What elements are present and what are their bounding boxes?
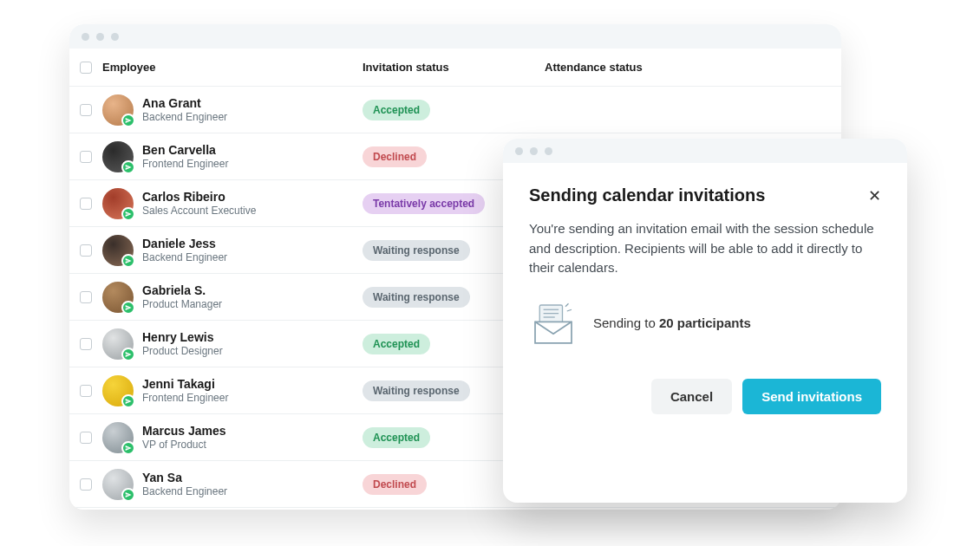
employee-name: Daniele Jess (142, 237, 227, 251)
employee-name: Gabriela S. (142, 283, 222, 298)
row-checkbox[interactable] (80, 478, 92, 491)
table-header-row: Employee Invitation status Attendance st… (69, 49, 841, 87)
invitation-status-pill: Accepted (363, 334, 430, 354)
send-badge-icon (121, 160, 135, 174)
avatar (102, 328, 134, 360)
col-attendance-status: Attendance status (545, 61, 841, 74)
send-badge-icon (121, 348, 135, 361)
employee-cell: Ana GrantBackend Engineer (102, 94, 363, 126)
row-checkbox[interactable] (80, 244, 92, 257)
employee-cell: Jenni TakagiFrontend Engineer (102, 375, 363, 406)
sending-summary: Sending to 20 participants (593, 315, 751, 330)
table-row: Ana GrantBackend EngineerAccepted (69, 87, 841, 133)
col-invitation-status: Invitation status (363, 61, 545, 74)
window-dot (96, 33, 104, 41)
invitation-status-pill: Declined (363, 146, 427, 167)
window-dot (111, 33, 119, 41)
avatar (102, 375, 134, 406)
employee-name: Ana Grant (142, 96, 227, 111)
employee-role: Frontend Engineer (142, 158, 228, 170)
send-invitations-modal: Sending calendar invitations ✕ You're se… (503, 139, 907, 503)
send-badge-icon (121, 488, 135, 502)
row-checkbox[interactable] (80, 291, 92, 303)
invitation-status-pill: Waiting response (363, 380, 470, 401)
send-badge-icon (121, 207, 135, 221)
invitation-status-pill: Waiting response (363, 287, 470, 308)
employee-role: Sales Account Executive (142, 205, 256, 217)
invitation-status-pill: Waiting response (363, 240, 470, 261)
employee-cell: Gabriela S.Product Manager (102, 282, 363, 313)
employee-role: Backend Engineer (142, 485, 227, 497)
envelope-icon (529, 299, 578, 348)
send-badge-icon (121, 114, 135, 127)
avatar (102, 141, 134, 172)
employee-name: Henry Lewis (142, 330, 223, 345)
employee-cell: Carlos RibeiroSales Account Executive (102, 188, 363, 219)
select-all-checkbox[interactable] (80, 62, 92, 74)
row-checkbox[interactable] (80, 432, 92, 444)
invitation-status-pill: Accepted (363, 100, 430, 120)
svg-line-5 (565, 303, 569, 307)
employee-name: Ben Carvella (142, 143, 228, 158)
employee-role: Backend Engineer (142, 111, 227, 123)
window-titlebar (503, 139, 907, 163)
employee-cell: Marcus JamesVP of Product (102, 422, 363, 453)
window-titlebar (69, 24, 841, 49)
window-dot (530, 147, 538, 155)
send-invitations-button[interactable]: Send invitations (742, 379, 881, 414)
send-badge-icon (121, 394, 135, 408)
modal-description: You're sending an invitation email with … (529, 219, 881, 278)
col-employee: Employee (102, 61, 363, 74)
cancel-button[interactable]: Cancel (651, 379, 732, 414)
row-checkbox[interactable] (80, 198, 92, 210)
employee-role: VP of Product (142, 439, 226, 451)
employee-name: Jenni Takagi (142, 377, 228, 392)
row-checkbox[interactable] (80, 338, 92, 350)
send-badge-icon (121, 254, 135, 268)
sending-prefix: Sending to (593, 315, 659, 330)
invitation-status-pill: Declined (363, 474, 427, 495)
window-dot (82, 33, 89, 41)
employee-role: Product Manager (142, 298, 222, 310)
employee-cell: Henry LewisProduct Designer (102, 328, 363, 360)
window-dot (515, 147, 523, 155)
avatar (102, 422, 134, 453)
avatar (102, 469, 134, 500)
employee-cell: Ben CarvellaFrontend Engineer (102, 141, 363, 172)
row-checkbox[interactable] (80, 385, 92, 397)
employee-cell: Daniele JessBackend Engineer (102, 235, 363, 266)
avatar (102, 94, 134, 126)
row-checkbox[interactable] (80, 104, 92, 116)
avatar (102, 235, 134, 266)
participant-count: 20 participants (659, 315, 751, 330)
modal-title: Sending calendar invitations (529, 185, 765, 205)
invitation-status-pill: Accepted (363, 427, 430, 448)
employee-name: Yan Sa (142, 471, 227, 485)
invitation-status-pill: Tentatively accepted (363, 193, 485, 214)
send-badge-icon (121, 301, 135, 315)
send-badge-icon (121, 441, 135, 455)
employee-name: Carlos Ribeiro (142, 190, 256, 205)
svg-line-6 (567, 309, 572, 311)
close-icon[interactable]: ✕ (868, 188, 881, 204)
employee-cell: Yan SaBackend Engineer (102, 469, 363, 500)
window-dot (545, 147, 552, 155)
employee-role: Product Designer (142, 345, 223, 357)
avatar (102, 188, 134, 219)
row-checkbox[interactable] (80, 151, 92, 163)
employee-role: Frontend Engineer (142, 392, 228, 404)
employee-name: Marcus James (142, 424, 226, 439)
employee-role: Backend Engineer (142, 251, 227, 263)
avatar (102, 282, 134, 313)
